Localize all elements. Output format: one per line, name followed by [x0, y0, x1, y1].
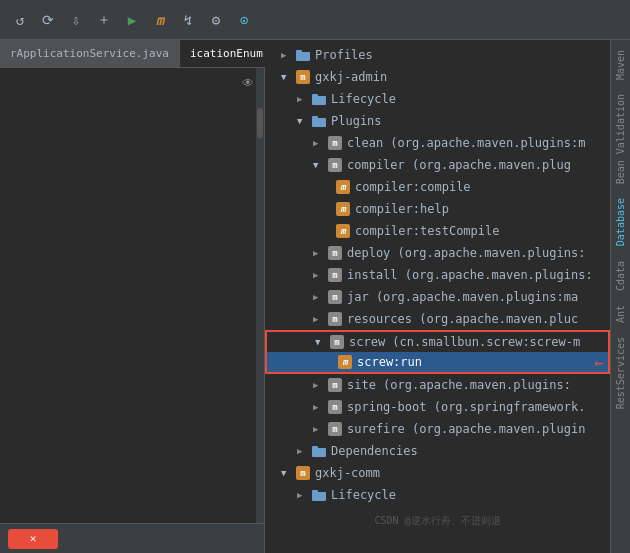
refresh-button[interactable]: ↺ [8, 8, 32, 32]
site-icon: m [327, 377, 343, 393]
watermark: CSDN @逆水行舟、不进则退 [265, 506, 610, 536]
svg-rect-0 [296, 52, 310, 61]
maven-button[interactable]: m [148, 8, 172, 32]
side-tab-bean-validation[interactable]: Bean Validation [613, 88, 628, 190]
profiles-label: Profiles [315, 48, 373, 62]
editor-panel: rApplicationService.java icationEnum.jav… [0, 40, 265, 553]
tree-item-spring-boot[interactable]: ▶ m spring-boot (org.springframework. [265, 396, 610, 418]
arrow-screw: ▼ [315, 337, 329, 347]
maven-panel-container: ▶ Profiles ▼ m gxkj-admin [265, 40, 630, 553]
arrow-lifecycle2: ▶ [297, 490, 311, 500]
tree-item-plugins[interactable]: ▼ Plugins [265, 110, 610, 132]
spring-boot-label: spring-boot (org.springframework. [347, 400, 585, 414]
compiler-help-label: compiler:help [355, 202, 449, 216]
arrow-gxkj-admin: ▼ [281, 72, 295, 82]
svg-rect-4 [312, 118, 326, 127]
screw-container: ▼ m screw (cn.smallbun.screw:screw-m m [265, 330, 610, 374]
spring-boot-icon: m [327, 399, 343, 415]
clean-icon: m [327, 135, 343, 151]
tab-application-service[interactable]: rApplicationService.java [0, 40, 180, 67]
arrow-clean: ▶ [313, 138, 327, 148]
gxkj-admin-label: gxkj-admin [315, 70, 387, 84]
tree-item-screw-run[interactable]: m screw:run ← [265, 352, 610, 374]
tree-item-deploy[interactable]: ▶ m deploy (org.apache.maven.plugins: [265, 242, 610, 264]
maven-tree[interactable]: ▶ Profiles ▼ m gxkj-admin [265, 40, 610, 553]
sync-button[interactable]: ⟳ [36, 8, 60, 32]
arrow-site: ▶ [313, 380, 327, 390]
compiler-icon: m [327, 157, 343, 173]
profiles-icon [295, 47, 311, 63]
side-tab-database[interactable]: Database [613, 192, 628, 252]
arrow-resources: ▶ [313, 314, 327, 324]
screw-icon: m [329, 334, 345, 350]
tree-item-gxkj-comm[interactable]: ▼ m gxkj-comm [265, 462, 610, 484]
tree-item-compiler[interactable]: ▼ m compiler (org.apache.maven.plug [265, 154, 610, 176]
svg-rect-5 [312, 116, 318, 119]
arrow-install: ▶ [313, 270, 327, 280]
tree-item-clean[interactable]: ▶ m clean (org.apache.maven.plugins:m [265, 132, 610, 154]
gxkj-comm-label: gxkj-comm [315, 466, 380, 480]
tree-item-gxkj-admin[interactable]: ▼ m gxkj-admin [265, 66, 610, 88]
dependencies-icon [311, 443, 327, 459]
tree-item-jar[interactable]: ▶ m jar (org.apache.maven.plugins:ma [265, 286, 610, 308]
plugins-icon [311, 113, 327, 129]
tree-item-compiler-help[interactable]: m compiler:help [265, 198, 610, 220]
tree-item-dependencies[interactable]: ▶ Dependencies [265, 440, 610, 462]
tree-item-compiler-compile[interactable]: m compiler:compile [265, 176, 610, 198]
tree-item-screw[interactable]: ▼ m screw (cn.smallbun.screw:screw-m [265, 330, 610, 352]
settings-button[interactable]: ⚙ [204, 8, 228, 32]
tree-item-surefire[interactable]: ▶ m surefire (org.apache.maven.plugin [265, 418, 610, 440]
tree-item-site[interactable]: ▶ m site (org.apache.maven.plugins: [265, 374, 610, 396]
tree-item-profiles[interactable]: ▶ Profiles [265, 44, 610, 66]
resources-icon: m [327, 311, 343, 327]
tab-bar: rApplicationService.java icationEnum.jav… [0, 40, 264, 68]
tree-item-compiler-testcompile[interactable]: m compiler:testCompile [265, 220, 610, 242]
svg-rect-2 [312, 96, 326, 105]
skip-tests-button[interactable]: ↯ [176, 8, 200, 32]
eye-icon: 👁 [242, 76, 254, 90]
install-icon: m [327, 267, 343, 283]
compiler-label: compiler (org.apache.maven.plug [347, 158, 571, 172]
screw-label: screw (cn.smallbun.screw:screw-m [349, 335, 580, 349]
svg-rect-7 [312, 446, 318, 449]
compiler-compile-icon: m [335, 179, 351, 195]
arrow-spring-boot: ▶ [313, 402, 327, 412]
arrow-jar: ▶ [313, 292, 327, 302]
surefire-icon: m [327, 421, 343, 437]
site-label: site (org.apache.maven.plugins: [347, 378, 571, 392]
arrow-compiler: ▼ [313, 160, 327, 170]
dependencies-label: Dependencies [331, 444, 418, 458]
lifecycle2-label: Lifecycle [331, 488, 396, 502]
lifecycle-icon [311, 91, 327, 107]
side-tab-maven[interactable]: Maven [613, 44, 628, 86]
screw-run-label: screw:run [357, 355, 588, 369]
run-button[interactable]: ▶ [120, 8, 144, 32]
side-tab-cdata[interactable]: Cdata [613, 255, 628, 297]
arrow-gxkj-comm: ▼ [281, 468, 295, 478]
svg-rect-9 [312, 490, 318, 493]
compiler-help-icon: m [335, 201, 351, 217]
arrow-plugins: ▼ [297, 116, 311, 126]
deploy-icon: m [327, 245, 343, 261]
close-button[interactable]: ✕ [8, 529, 58, 549]
side-tabs: Maven Bean Validation Database Cdata Ant… [610, 40, 630, 553]
compiler-testcompile-icon: m [335, 223, 351, 239]
lifecycle-label: Lifecycle [331, 92, 396, 106]
tree-item-lifecycle[interactable]: ▶ Lifecycle [265, 88, 610, 110]
toggle-button[interactable]: ⊙ [232, 8, 256, 32]
svg-rect-6 [312, 448, 326, 457]
side-tab-restservices[interactable]: RestServices [613, 331, 628, 415]
deploy-label: deploy (org.apache.maven.plugins: [347, 246, 585, 260]
resources-label: resources (org.apache.maven.pluc [347, 312, 578, 326]
main-area: rApplicationService.java icationEnum.jav… [0, 40, 630, 553]
svg-rect-3 [312, 94, 318, 97]
editor-content: 👁 [0, 68, 264, 523]
add-button[interactable]: ＋ [92, 8, 116, 32]
tree-item-install[interactable]: ▶ m install (org.apache.maven.plugins: [265, 264, 610, 286]
compiler-compile-label: compiler:compile [355, 180, 471, 194]
tree-item-resources[interactable]: ▶ m resources (org.apache.maven.pluc [265, 308, 610, 330]
side-tab-ant[interactable]: Ant [613, 299, 628, 329]
tree-item-lifecycle2[interactable]: ▶ Lifecycle [265, 484, 610, 506]
screw-run-icon: m [337, 354, 353, 370]
download-button[interactable]: ⇩ [64, 8, 88, 32]
